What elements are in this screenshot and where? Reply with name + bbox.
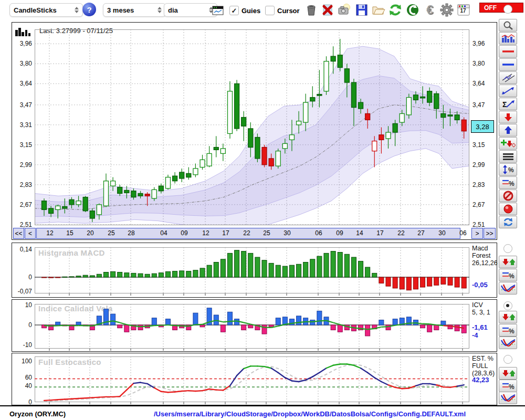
scroll-first-button[interactable]: <<	[13, 228, 24, 239]
euro-icon[interactable]: €	[423, 3, 437, 17]
wave-curves-icon	[501, 284, 516, 293]
sync-button[interactable]	[499, 216, 517, 228]
down-up-arrows-icon	[501, 258, 515, 266]
trendline-tool-button[interactable]	[499, 85, 517, 97]
trash-icon[interactable]	[304, 3, 318, 17]
price-tick-label: 3,64	[472, 80, 490, 87]
indicator-name-label: Forest	[472, 252, 490, 259]
date-label: 09	[336, 229, 343, 237]
buy-arrow-button[interactable]	[499, 124, 517, 136]
config-path[interactable]: /Users/mserra/Library/CloudStorage/Dropb…	[154, 410, 466, 418]
svg-text:Σ: Σ	[502, 100, 507, 109]
help-label: ?	[87, 5, 91, 14]
macd-signals-button[interactable]	[499, 256, 517, 268]
main-chart-radio[interactable]	[503, 5, 512, 14]
calendar-icon[interactable]: 17	[457, 3, 470, 17]
sigma-trend-tool-button[interactable]: Σ	[499, 98, 517, 110]
interval-value: dia	[168, 6, 178, 14]
macd-curves-button[interactable]	[499, 282, 517, 295]
date-label: 17	[376, 229, 383, 237]
price-tick-label: 2,51	[472, 221, 490, 228]
main-chart-panel: Last: 3.27999 - 07/11/25 3,963,803,643,4…	[12, 22, 497, 240]
date-label: 30	[438, 229, 445, 237]
date-label: 14	[356, 229, 363, 237]
globe-sync-icon[interactable]	[406, 3, 419, 17]
lines-percent-icon: %	[501, 178, 515, 187]
scroll-prev-button[interactable]: <	[25, 228, 36, 239]
zoom-tool-button[interactable]	[499, 19, 517, 32]
date-label: 25	[108, 229, 114, 237]
chart-type-value: CandleSticks	[14, 6, 57, 14]
axis-tick-label: 100	[14, 358, 32, 365]
scroll-last-button[interactable]: >>	[484, 228, 496, 239]
period-select[interactable]: 3 meses	[103, 3, 166, 17]
red-down-arrow-icon	[503, 112, 513, 122]
camera-icon[interactable]	[338, 3, 351, 17]
chart-type-select[interactable]: CandleSticks	[9, 3, 83, 17]
add-signal-button[interactable]	[499, 137, 517, 150]
macd-percent-button[interactable]: %	[499, 269, 517, 281]
delete-x-icon[interactable]	[321, 3, 334, 17]
candlestick-chart[interactable]	[35, 29, 469, 225]
chart-window-icon[interactable]	[211, 4, 225, 17]
date-label: 17	[222, 229, 229, 237]
icv-curves-button[interactable]	[499, 337, 517, 349]
macd-histogram-chart[interactable]	[35, 247, 469, 297]
cursor-checkbox[interactable]	[265, 6, 275, 15]
top-toolbar: CandleSticks ? 3 meses dia ✓ Guies Curso…	[0, 0, 525, 20]
mini-chart-icon	[501, 34, 515, 43]
macd-panel-radio[interactable]	[503, 244, 512, 253]
price-tick-label: 3,15	[472, 141, 490, 149]
off-toggle-button[interactable]: OFF	[479, 3, 523, 13]
icv-bar-chart[interactable]	[35, 304, 469, 352]
icv-panel-radio[interactable]	[503, 301, 512, 310]
price-tick-label: 3,47	[472, 101, 490, 109]
lines-percent-button[interactable]: %	[499, 176, 517, 189]
svg-text:%: %	[509, 328, 514, 335]
disable-tool-button[interactable]	[499, 190, 517, 202]
stoch-percent-button[interactable]: %	[499, 380, 517, 392]
indicator-value: -0,05	[472, 281, 488, 289]
open-folder-icon[interactable]	[372, 3, 385, 17]
date-label: 06	[315, 229, 322, 237]
levels-tool-button[interactable]	[499, 150, 517, 163]
settings-gear-icon[interactable]	[440, 3, 454, 17]
svg-text:%: %	[508, 166, 514, 174]
stoch-panel-radio[interactable]	[503, 355, 512, 364]
search-icon	[502, 20, 514, 30]
svg-text:%: %	[509, 272, 514, 280]
help-button[interactable]: ?	[82, 3, 96, 16]
axis-tick-label: 10	[14, 301, 32, 309]
chart-style-button[interactable]	[499, 32, 517, 45]
scroll-date-track[interactable]: 1215202528040912172225300609141722273006	[36, 228, 460, 239]
axis-tick-label: 0	[14, 274, 32, 281]
channel-tool-button[interactable]	[499, 71, 517, 84]
blue-hline-tool-button[interactable]	[499, 58, 517, 71]
last-price-badge: 3,28	[471, 120, 494, 133]
scroll-next-button[interactable]: >	[471, 228, 483, 239]
record-button[interactable]	[499, 203, 517, 215]
stoch-curves-button[interactable]	[499, 392, 517, 404]
stoch-signals-button[interactable]	[499, 367, 517, 380]
icv-signals-button[interactable]	[499, 311, 517, 323]
red-line-icon	[501, 47, 515, 56]
save-icon[interactable]	[355, 3, 369, 17]
red-hline-tool-button[interactable]	[499, 45, 517, 58]
price-tick-label: 3,96	[472, 40, 490, 47]
refresh-icon[interactable]	[388, 3, 402, 17]
date-label: 15	[66, 229, 73, 237]
interval-select[interactable]: dia	[164, 3, 217, 17]
sigma-trend-icon: Σ	[501, 99, 515, 109]
icv-percent-button[interactable]: %	[499, 324, 517, 337]
price-tick-label: 2,99	[14, 161, 32, 169]
range-percent-button[interactable]: %	[499, 163, 517, 176]
sell-arrow-button[interactable]	[499, 111, 517, 123]
price-tick-label: 3,80	[472, 60, 490, 67]
euro-glyph: €	[426, 3, 433, 17]
indicator-name-label: Macd	[472, 245, 488, 252]
date-label: 22	[243, 229, 250, 237]
trend-arrow-icon	[501, 86, 515, 96]
guies-checkbox[interactable]: ✓	[229, 6, 239, 15]
stochastic-line-chart[interactable]	[35, 356, 469, 405]
axis-tick-label: -0,07	[14, 288, 32, 295]
